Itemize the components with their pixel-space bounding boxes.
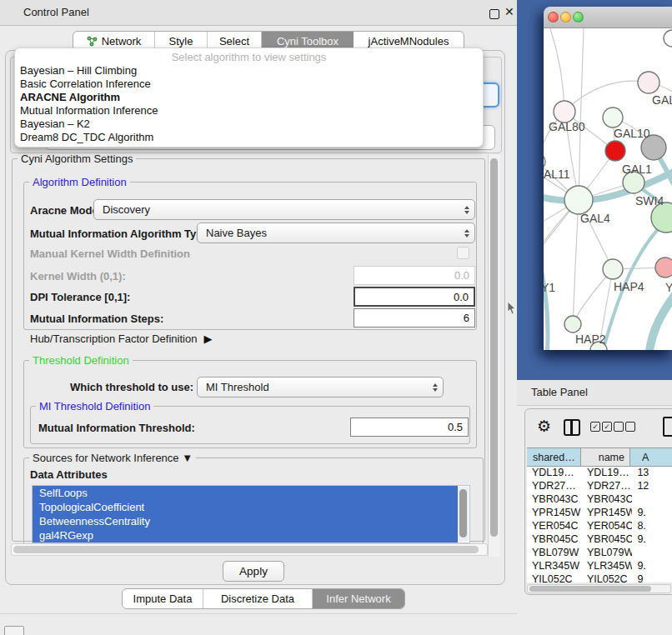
table-horizontal-scrollbar[interactable] (527, 584, 671, 593)
network-node[interactable] (603, 108, 623, 128)
float-window-icon[interactable] (489, 9, 499, 19)
algorithm-option[interactable]: ARACNE Algorithm (15, 91, 483, 104)
file-icon-partial[interactable] (663, 417, 672, 437)
kernel-width-field[interactable]: 0.0 (354, 266, 475, 285)
close-traffic-light[interactable] (548, 12, 559, 22)
algorithm-option[interactable]: Dream8 DC_TDC Algorithm (15, 131, 483, 144)
mi-type-combo[interactable]: Naive Bayes (197, 222, 475, 243)
close-icon[interactable]: ✕ (504, 5, 514, 18)
network-node[interactable] (605, 141, 625, 161)
bottom-tab-infer-network[interactable]: Infer Network (313, 589, 404, 608)
node-label: GAL4 (580, 212, 610, 225)
attribute-item-selected[interactable]: BetweennessCentrality (33, 514, 458, 528)
table-row[interactable]: YBR043CYBR043C (527, 493, 672, 507)
algorithm-option[interactable]: Mutual Information Inference (15, 104, 483, 118)
table-cell: YBR045C (527, 533, 582, 547)
collapse-down-icon: ▼ (182, 452, 193, 464)
table-cell: YBL079W (527, 547, 582, 560)
node-label: Y (665, 281, 672, 294)
table-row[interactable]: YBL079WYBL079W (527, 547, 672, 560)
network-window-titlebar[interactable] (544, 7, 672, 28)
manual-kernel-label: Manual Kernel Width Definition (30, 248, 190, 260)
mi-steps-value: 6 (464, 312, 469, 324)
bottom-tab-label: Discretize Data (221, 592, 294, 605)
aracne-mode-label: Aracne Mode: (30, 204, 102, 217)
table-cell (632, 493, 672, 507)
table-row[interactable]: YPR145WYPR145W9. (527, 507, 672, 520)
divider (0, 613, 517, 614)
network-node[interactable] (638, 72, 659, 93)
data-attributes-list[interactable]: SelfLoopsTopologicalCoefficientBetweenne… (32, 485, 470, 543)
settings-vertical-scrollbar[interactable] (488, 155, 500, 557)
network-view-window[interactable]: GALGAL80GAL10GAL11GAL1SWI4GAL4GCY1HAP4YH… (544, 7, 672, 350)
mi-type-value: Naive Bayes (206, 227, 267, 239)
algorithm-option[interactable]: Bayesian – Hill Climbing (15, 64, 483, 78)
table-row[interactable]: YIL052CYIL052C9 (527, 573, 672, 582)
table-cell: YIL052C (582, 573, 632, 582)
apply-button[interactable]: Apply (223, 561, 284, 582)
hub-definition-toggle[interactable]: Hub/Transcription Factor Definition▶ (30, 332, 212, 345)
network-node[interactable] (655, 258, 672, 278)
checked-checkbox-icon[interactable]: ✓ (590, 422, 600, 432)
table-cell: YLR345W (527, 560, 582, 573)
network-node[interactable] (603, 259, 623, 279)
mi-threshold-label: Mutual Information Threshold: (38, 422, 195, 434)
minimize-traffic-light[interactable] (560, 12, 571, 22)
manual-kernel-checkbox[interactable] (457, 247, 469, 259)
corner-button-partial[interactable] (4, 626, 24, 635)
network-edge (579, 28, 584, 200)
which-threshold-combo[interactable]: MI Threshold (197, 377, 444, 398)
zoom-traffic-light[interactable] (573, 12, 584, 22)
sources-title[interactable]: Sources for Network Inference ▼ (29, 452, 196, 464)
table-cell: 9. (632, 533, 672, 547)
table-cell: YBL079W (582, 547, 632, 560)
column-header-a[interactable]: A (630, 448, 672, 466)
column-header-name[interactable]: name (581, 448, 630, 466)
node-label: GAL (652, 93, 672, 107)
table-cell: 13 (632, 467, 672, 480)
apply-button-label: Apply (239, 565, 268, 578)
sources-title-text: Sources for Network Inference (33, 452, 179, 464)
table-row[interactable]: YDR27…YDR27…12 (527, 480, 672, 493)
algorithm-definition-title: Algorithm Definition (29, 176, 130, 188)
checked-checkbox-icon[interactable]: ✓ (602, 422, 612, 432)
algorithm-option[interactable]: Bayesian – K2 (15, 118, 483, 131)
bottom-tab-label: Impute Data (133, 592, 193, 605)
bottom-tab-discretize-data[interactable]: Discretize Data (203, 589, 313, 608)
table-cell: 12 (632, 480, 672, 493)
table-body: YDL19…YDL19…13YDR27…YDR27…12YBR043CYBR04… (527, 467, 672, 582)
network-canvas[interactable]: GALGAL80GAL10GAL11GAL1SWI4GAL4GCY1HAP4YH… (544, 28, 672, 350)
unchecked-checkbox-icon[interactable] (614, 422, 624, 432)
columns-icon[interactable] (564, 419, 580, 436)
aracne-mode-combo[interactable]: Discovery (93, 199, 475, 220)
attribute-item-selected[interactable]: SelfLoops (33, 486, 458, 500)
table-row[interactable]: YBR045CYBR045C9. (527, 533, 672, 547)
mi-threshold-field[interactable]: 0.5 (350, 418, 469, 437)
network-node[interactable] (564, 186, 593, 214)
unchecked-checkbox-icon[interactable] (625, 422, 635, 432)
table-row[interactable]: YLR345WYLR345W9. (527, 560, 672, 573)
which-threshold-value: MI Threshold (206, 381, 269, 393)
network-node[interactable] (664, 30, 672, 47)
table-row[interactable]: YDL19…YDL19…13 (527, 467, 672, 480)
node-label: GCY1 (544, 281, 555, 294)
algorithm-option[interactable]: Basic Correlation Inference (15, 78, 483, 91)
node-label: GAL1 (622, 162, 652, 176)
gear-icon[interactable]: ⚙ (537, 417, 551, 436)
attribute-item-selected[interactable]: TopologicalCoefficient (33, 500, 458, 514)
attributes-scrollbar[interactable] (458, 487, 469, 542)
table-row[interactable]: YER054CYER054C8. (527, 520, 672, 533)
mi-threshold-definition-title: MI Threshold Definition (36, 400, 153, 412)
node-table: shared…nameA YDL19…YDL19…13YDR27…YDR27…1… (527, 448, 672, 582)
dpi-tolerance-label: DPI Tolerance [0,1]: (30, 291, 130, 303)
bottom-tab-impute-data[interactable]: Impute Data (123, 589, 203, 608)
node-label: GAL11 (544, 168, 570, 181)
dpi-tolerance-field[interactable]: 0.0 (354, 287, 475, 307)
dpi-tolerance-value: 0.0 (454, 291, 469, 303)
settings-horizontal-scrollbar[interactable] (11, 543, 488, 556)
network-node[interactable] (564, 316, 581, 332)
mi-steps-field[interactable]: 6 (354, 308, 475, 328)
table-cell: YDL19… (582, 467, 632, 480)
attribute-item-selected[interactable]: gal4RGexp (33, 528, 458, 542)
column-header-shared[interactable]: shared… (527, 448, 581, 466)
